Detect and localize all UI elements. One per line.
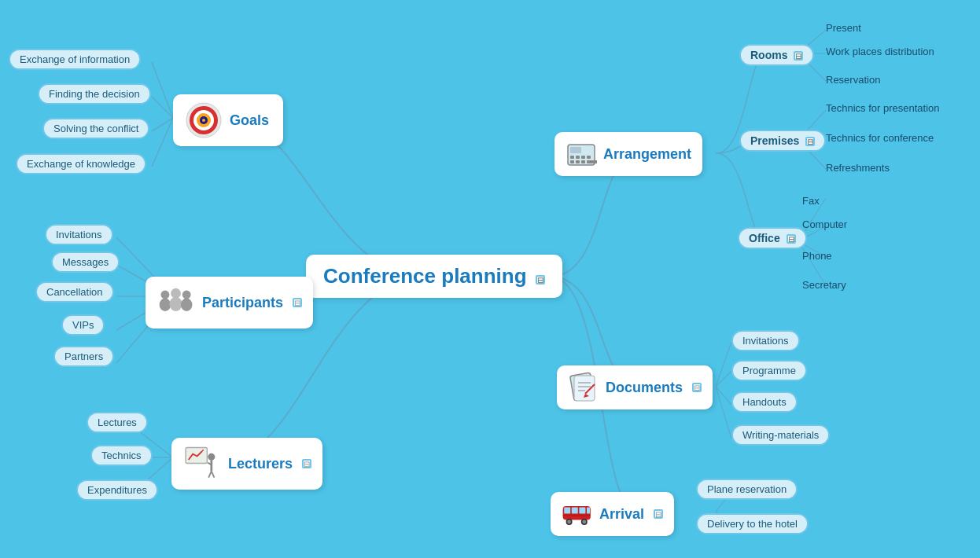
leaf-invitations-p[interactable]: Invitations	[45, 224, 113, 245]
participants-node: Participants ⊟	[146, 277, 313, 329]
text-technics-pres: Technics for presentation	[826, 102, 940, 114]
svg-point-36	[171, 288, 181, 299]
text-secretary: Secretary	[802, 279, 846, 291]
leaf-solving-conflict[interactable]: Solving the conflict	[42, 118, 149, 139]
svg-rect-56	[587, 160, 597, 163]
arrangement-label: Arrangement	[603, 146, 691, 163]
text-reservation: Reservation	[826, 74, 880, 86]
goals-node: Goals	[173, 94, 283, 146]
svg-line-45	[208, 472, 212, 478]
svg-rect-66	[572, 508, 578, 514]
svg-line-46	[212, 472, 215, 478]
arrival-node: Arrival ⊟	[551, 492, 674, 536]
rooms-collapse[interactable]: ⊟	[794, 51, 803, 61]
office-node[interactable]: Office ⊟	[738, 227, 807, 249]
svg-point-72	[582, 520, 586, 524]
premises-collapse[interactable]: ⊟	[805, 137, 815, 146]
lecturers-label: Lecturers	[228, 456, 293, 472]
svg-line-25	[716, 387, 731, 439]
leaf-exchange-info[interactable]: Exchange of information	[9, 49, 141, 70]
lecturers-icon	[182, 444, 222, 483]
text-present: Present	[826, 22, 861, 34]
arrangement-node: Arrangement	[554, 132, 702, 176]
center-label: Conference planning	[323, 264, 527, 288]
leaf-handouts[interactable]: Handouts	[731, 391, 798, 413]
goals-label: Goals	[230, 112, 269, 129]
text-fax: Fax	[802, 195, 820, 207]
svg-line-24	[716, 387, 731, 405]
documents-collapse[interactable]: ⊟	[692, 383, 702, 392]
leaf-expenditures[interactable]: Expenditures	[76, 479, 158, 501]
rooms-node[interactable]: Rooms ⊟	[739, 44, 814, 66]
leaf-writing-materials[interactable]: Writing-materials	[731, 424, 830, 446]
lecturers-collapse[interactable]: ⊟	[302, 459, 311, 468]
svg-rect-68	[587, 508, 590, 514]
svg-point-39	[181, 299, 193, 311]
arrival-icon	[562, 498, 593, 530]
svg-line-3	[152, 118, 173, 167]
premises-node[interactable]: Premises ⊟	[739, 130, 826, 152]
svg-rect-65	[564, 508, 570, 514]
text-computer: Computer	[802, 218, 847, 230]
leaf-finding-decision[interactable]: Finding the decision	[38, 83, 151, 105]
svg-rect-67	[579, 508, 585, 514]
arrangement-icon	[566, 138, 597, 170]
svg-rect-50	[576, 156, 580, 159]
leaf-technics[interactable]: Technics	[90, 445, 153, 466]
svg-rect-49	[570, 156, 574, 159]
leaf-cancellation[interactable]: Cancellation	[35, 281, 114, 303]
svg-point-37	[169, 297, 182, 311]
arrival-collapse[interactable]: ⊟	[654, 509, 663, 519]
svg-line-22	[716, 342, 731, 387]
svg-point-35	[160, 299, 171, 311]
svg-rect-55	[581, 160, 585, 163]
svg-point-38	[182, 291, 191, 299]
svg-rect-53	[570, 160, 574, 163]
participants-label: Participants	[202, 295, 283, 311]
svg-rect-48	[570, 147, 581, 153]
participants-icon	[157, 283, 196, 322]
documents-icon	[568, 372, 599, 403]
leaf-plane-reservation[interactable]: Plane reservation	[696, 479, 798, 500]
leaf-lectures[interactable]: Lectures	[87, 412, 148, 433]
svg-rect-54	[576, 160, 580, 163]
office-collapse[interactable]: ⊟	[787, 234, 796, 244]
svg-line-23	[716, 371, 731, 387]
svg-point-70	[567, 520, 571, 524]
leaf-invitations-d[interactable]: Invitations	[731, 330, 800, 351]
center-collapse[interactable]: ⊟	[536, 275, 545, 285]
text-workplaces: Work places distribution	[826, 46, 934, 57]
lecturers-node: Lecturers ⊟	[171, 438, 322, 490]
svg-rect-52	[587, 156, 591, 159]
leaf-partners[interactable]: Partners	[53, 346, 114, 367]
svg-rect-51	[581, 156, 585, 159]
leaf-exchange-knowledge[interactable]: Exchange of knowledge	[16, 153, 146, 174]
goals-icon	[184, 101, 223, 140]
participants-collapse[interactable]: ⊟	[293, 298, 302, 307]
leaf-programme[interactable]: Programme	[731, 360, 807, 381]
documents-node: Documents ⊟	[557, 365, 713, 409]
svg-line-2	[152, 118, 173, 131]
leaf-messages[interactable]: Messages	[51, 251, 120, 273]
svg-point-42	[208, 453, 215, 461]
svg-line-0	[152, 62, 173, 118]
leaf-vips[interactable]: VIPs	[61, 314, 105, 336]
text-phone: Phone	[802, 250, 832, 262]
arrival-label: Arrival	[599, 506, 644, 523]
text-refreshments: Refreshments	[826, 162, 890, 174]
documents-label: Documents	[606, 380, 683, 396]
svg-point-34	[160, 291, 169, 299]
text-technics-conf: Technics for conference	[826, 132, 934, 144]
center-node: Conference planning ⊟	[306, 255, 562, 298]
svg-line-1	[152, 97, 173, 118]
leaf-delivery-hotel[interactable]: Delivery to the hotel	[696, 513, 809, 534]
svg-point-33	[202, 119, 205, 122]
